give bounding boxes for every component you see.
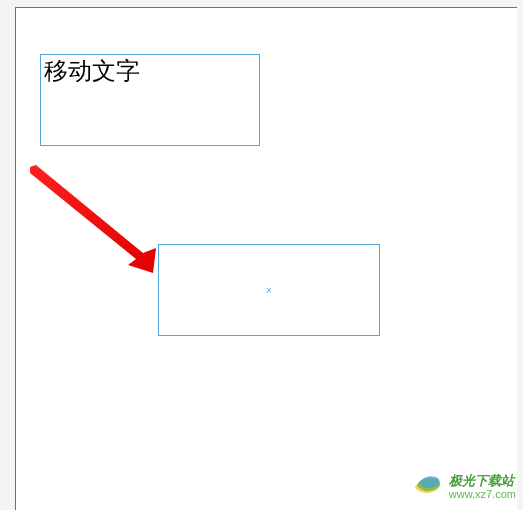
watermark-title: 极光下载站 [449, 474, 516, 488]
text-frame-target[interactable]: × [158, 244, 380, 336]
watermark-logo-icon [411, 471, 443, 503]
frame-center-marker: × [266, 285, 272, 296]
watermark-url: www.xz7.com [449, 488, 516, 500]
text-frame-source[interactable]: 移动文字 [40, 54, 260, 146]
text-content: 移动文字 [44, 57, 256, 86]
watermark: 极光下载站 www.xz7.com [411, 471, 516, 503]
canvas-area[interactable]: 移动文字 × 极光下载站 www.xz7.com [0, 0, 523, 510]
